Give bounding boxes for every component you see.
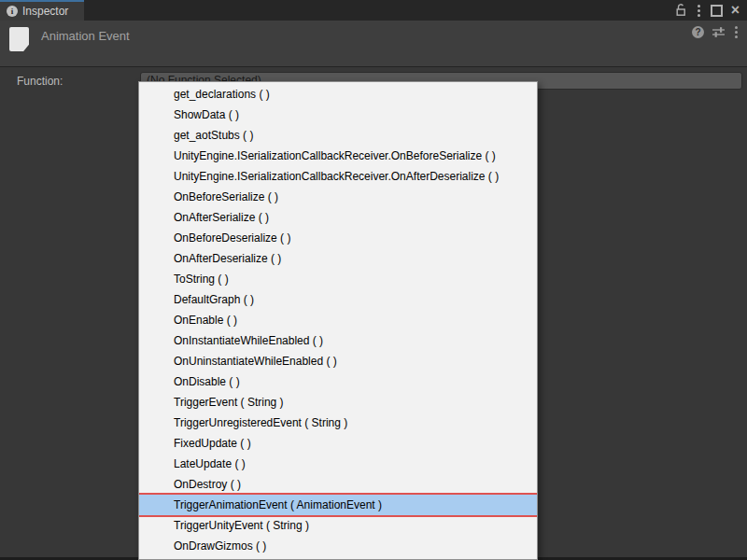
dropdown-item[interactable]: OnAfterDeserialize ( ) — [139, 248, 537, 269]
header-menu-icon[interactable] — [733, 26, 740, 38]
presets-icon[interactable] — [712, 26, 725, 38]
tab-bar: i Inspector × — [0, 0, 747, 21]
info-icon: i — [7, 6, 18, 17]
dropdown-item[interactable]: OnBeforeSerialize ( ) — [139, 187, 537, 207]
dropdown-item[interactable]: OnBeforeDeserialize ( ) — [139, 228, 537, 248]
unlock-icon[interactable] — [675, 3, 687, 18]
dropdown-item[interactable]: get_declarations ( ) — [139, 84, 537, 105]
function-label: Function: — [17, 75, 63, 88]
dropdown-item[interactable]: OnAfterSerialize ( ) — [139, 207, 537, 228]
page-title: Animation Event — [41, 29, 130, 43]
close-icon[interactable]: × — [731, 3, 740, 18]
function-dropdown-list: get_declarations ( )ShowData ( )get_aotS… — [138, 81, 538, 560]
help-icon[interactable]: ? — [692, 26, 704, 38]
dropdown-item[interactable]: UnityEngine.ISerializationCallbackReceiv… — [139, 166, 537, 187]
asset-file-icon — [9, 27, 29, 51]
dropdown-item[interactable]: OnEnable ( ) — [139, 310, 537, 330]
dropdown-item[interactable]: OnInstantiateWhileEnabled ( ) — [139, 330, 537, 351]
dropdown-item[interactable]: DefaultGraph ( ) — [139, 289, 537, 310]
header-controls: ? — [692, 26, 740, 38]
dropdown-item[interactable]: OnDestroy ( ) — [139, 474, 537, 495]
dropdown-item[interactable]: LateUpdate ( ) — [139, 454, 537, 474]
dropdown-item[interactable]: OnUninstantiateWhileEnabled ( ) — [139, 351, 537, 371]
dropdown-item[interactable]: ToString ( ) — [139, 269, 537, 289]
maximize-icon[interactable] — [711, 3, 723, 18]
tab-inspector[interactable]: i Inspector — [0, 0, 84, 21]
dropdown-item[interactable]: TriggerAnimationEvent ( AnimationEvent ) — [139, 495, 537, 515]
inspector-header: Animation Event ? — [0, 21, 747, 67]
dropdown-item[interactable]: ShowData ( ) — [139, 105, 537, 125]
dropdown-item[interactable]: UnityEngine.ISerializationCallbackReceiv… — [139, 146, 537, 166]
dropdown-item[interactable]: OnDrawGizmos ( ) — [139, 536, 537, 556]
dropdown-item[interactable]: TriggerUnregisteredEvent ( String ) — [139, 413, 537, 433]
window-controls: × — [675, 0, 747, 21]
dropdown-item[interactable]: FixedUpdate ( ) — [139, 433, 537, 454]
window-menu-icon[interactable] — [696, 3, 702, 18]
dropdown-item[interactable]: OnDisable ( ) — [139, 371, 537, 392]
tab-label: Inspector — [22, 5, 68, 18]
dropdown-item[interactable]: TriggerUnityEvent ( String ) — [139, 515, 537, 536]
dropdown-item[interactable]: get_aotStubs ( ) — [139, 125, 537, 146]
dropdown-item[interactable]: TriggerEvent ( String ) — [139, 392, 537, 413]
